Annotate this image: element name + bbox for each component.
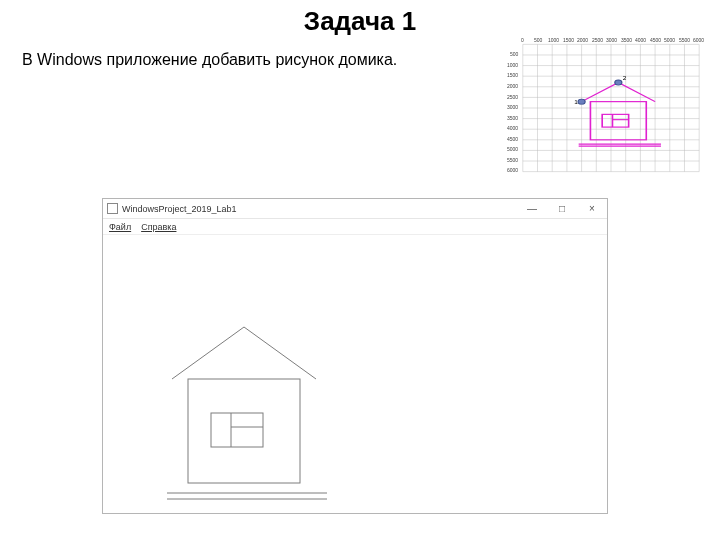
y-tick: 2500 [507, 94, 518, 100]
svg-point-32 [578, 99, 585, 104]
y-tick: 3500 [507, 115, 518, 121]
y-tick: 1500 [507, 72, 518, 78]
y-tick: 3000 [507, 104, 518, 110]
house-drawing [103, 235, 609, 513]
menu-file[interactable]: Файл [109, 222, 131, 232]
x-tick: 500 [534, 37, 542, 43]
y-tick: 5000 [507, 146, 518, 152]
x-tick: 3000 [606, 37, 617, 43]
x-tick: 5000 [664, 37, 675, 43]
minimize-button[interactable]: — [517, 199, 547, 218]
svg-rect-36 [188, 379, 300, 483]
svg-rect-26 [590, 102, 646, 140]
x-tick: 4000 [635, 37, 646, 43]
y-tick: 5500 [507, 157, 518, 163]
x-tick: 3500 [621, 37, 632, 43]
x-tick: 1000 [548, 37, 559, 43]
drawing-canvas [103, 235, 607, 513]
close-button[interactable]: × [577, 199, 607, 218]
x-tick: 4500 [650, 37, 661, 43]
x-tick: 0 [521, 37, 524, 43]
y-tick: 4500 [507, 136, 518, 142]
maximize-button[interactable]: □ [547, 199, 577, 218]
x-tick: 1500 [563, 37, 574, 43]
y-tick: 6000 [507, 167, 518, 173]
y-tick: 500 [510, 51, 518, 57]
grid-plan-figure: 1 2 0 500 1000 1500 2000 2500 3000 3500 … [514, 38, 708, 178]
window-title: WindowsProject_2019_Lab1 [122, 204, 237, 214]
y-tick: 1000 [507, 62, 518, 68]
x-tick: 2000 [577, 37, 588, 43]
menu-help[interactable]: Справка [141, 222, 176, 232]
app-window: WindowsProject_2019_Lab1 — □ × Файл Спра… [102, 198, 608, 514]
svg-rect-37 [211, 413, 263, 447]
grid-plan-svg: 1 2 [514, 38, 708, 178]
page-title: Задача 1 [0, 0, 720, 37]
y-tick: 4000 [507, 125, 518, 131]
y-tick: 2000 [507, 83, 518, 89]
svg-text:2: 2 [623, 76, 627, 81]
svg-text:1: 1 [574, 100, 578, 105]
menubar: Файл Справка [103, 219, 607, 235]
x-tick: 5500 [679, 37, 690, 43]
x-tick: 6000 [693, 37, 704, 43]
app-icon [107, 203, 118, 214]
titlebar[interactable]: WindowsProject_2019_Lab1 — □ × [103, 199, 607, 219]
x-tick: 2500 [592, 37, 603, 43]
svg-point-33 [615, 80, 622, 85]
svg-rect-27 [602, 114, 628, 127]
